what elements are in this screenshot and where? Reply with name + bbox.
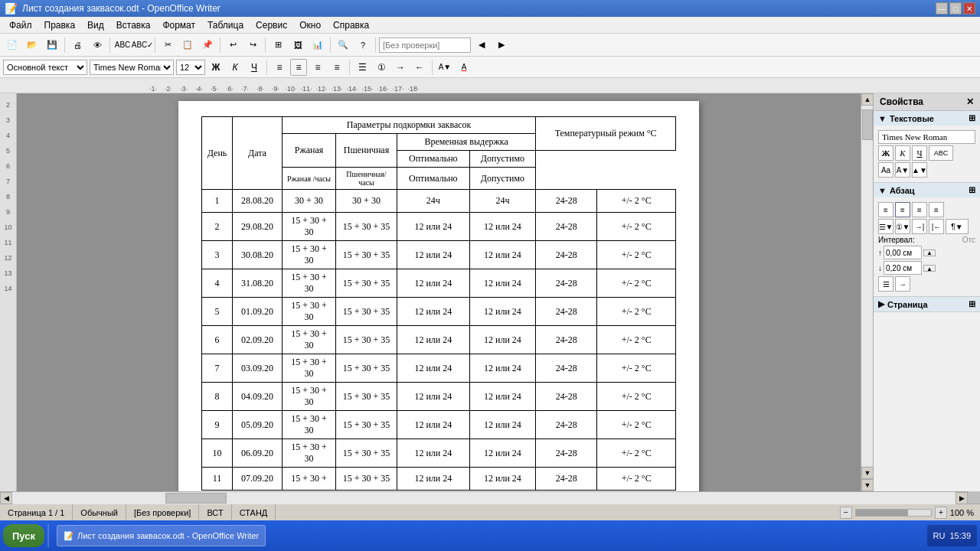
align-right-button[interactable]: ≡ bbox=[309, 59, 326, 76]
scroll-right-button[interactable]: ▶ bbox=[956, 492, 968, 504]
h-scroll-thumb[interactable] bbox=[165, 493, 227, 504]
scroll-down-button-1[interactable]: ▼ bbox=[861, 467, 874, 479]
menu-service[interactable]: Сервис bbox=[250, 18, 293, 32]
scroll-down-button-2[interactable]: ▼ bbox=[861, 479, 874, 491]
prop-aa-button[interactable]: Aa bbox=[878, 162, 893, 178]
scroll-track[interactable] bbox=[861, 106, 873, 465]
menu-table[interactable]: Таблица bbox=[201, 18, 250, 32]
table-row: 128.08.2030 + 3030 + 3024ч24ч24-28+/- 2 … bbox=[202, 190, 676, 213]
copy-button[interactable]: 📋 bbox=[178, 36, 197, 54]
cut-button[interactable]: ✂ bbox=[158, 36, 177, 54]
bold-button[interactable]: Ж bbox=[207, 59, 224, 76]
search-prev-button[interactable]: ◀ bbox=[472, 36, 491, 54]
clock: 15:39 bbox=[949, 531, 971, 540]
indent-bottom-input[interactable] bbox=[884, 261, 922, 275]
start-button[interactable]: Пуск bbox=[3, 524, 44, 547]
redo-button[interactable]: ↪ bbox=[243, 36, 262, 54]
stranitsa-options-icon: ⊞ bbox=[969, 299, 975, 309]
chart-button[interactable]: 📊 bbox=[309, 36, 327, 54]
find-button[interactable]: 🔍 bbox=[334, 36, 352, 54]
taskbar-app-item[interactable]: 📝 Лист создания заквасок.odt - OpenOffic… bbox=[57, 525, 266, 546]
table-button[interactable]: ⊞ bbox=[269, 36, 287, 54]
zoom-in-button[interactable]: + bbox=[935, 507, 947, 519]
abzatz-content: ≡ ≡ ≡ ≡ ☰▼ ①▼ →| |← ¶▼ bbox=[874, 197, 980, 296]
align-center-button[interactable]: ≡ bbox=[290, 59, 307, 76]
toolbar: 📄 📂 💾 🖨 👁 ABC ABC✓ ✂ 📋 📌 ↩ ↪ ⊞ 🖼 📊 🔍 ? bbox=[0, 34, 980, 57]
paragraph-options-btn[interactable]: ¶▼ bbox=[946, 219, 969, 234]
menu-window[interactable]: Окно bbox=[293, 18, 327, 32]
print-button[interactable]: 🖨 bbox=[68, 36, 87, 54]
indent-right-btn[interactable]: →| bbox=[912, 219, 927, 234]
font-size-select[interactable]: 12 bbox=[176, 60, 205, 75]
prop-italic-button[interactable]: К bbox=[895, 145, 910, 161]
menu-format[interactable]: Формат bbox=[156, 18, 201, 32]
prop-underline-button[interactable]: Ч bbox=[912, 145, 927, 161]
indent-top-up[interactable]: ▲ bbox=[923, 249, 936, 256]
font-name-display: Times New Roman bbox=[878, 130, 975, 144]
prop-highlight-btn[interactable]: ▲▼ bbox=[912, 162, 927, 178]
textovye-header[interactable]: ▼ Текстовые ⊞ bbox=[874, 111, 980, 126]
maximize-button[interactable]: □ bbox=[949, 2, 962, 15]
list-indent-btn[interactable]: ☰ bbox=[878, 276, 893, 292]
document-area[interactable]: День Дата Параметры подкормки заквасок Т… bbox=[17, 93, 861, 491]
align-justify-button[interactable]: ≡ bbox=[328, 59, 345, 76]
list-btn[interactable]: ☰▼ bbox=[878, 219, 893, 234]
align-left-button[interactable]: ≡ bbox=[271, 59, 288, 76]
help-button[interactable]: ? bbox=[354, 36, 372, 54]
h-scroll-track[interactable] bbox=[12, 492, 956, 504]
zoom-out-button[interactable]: − bbox=[840, 507, 852, 519]
abzatz-header[interactable]: ▼ Абзац ⊞ bbox=[874, 183, 980, 197]
italic-button[interactable]: К bbox=[227, 59, 243, 76]
indent-more-button[interactable]: → bbox=[392, 59, 409, 76]
properties-close[interactable]: ✕ bbox=[966, 96, 974, 107]
indent-top-input[interactable] bbox=[884, 246, 922, 259]
scroll-up-button[interactable]: ▲ bbox=[861, 93, 874, 106]
save-button[interactable]: 💾 bbox=[43, 36, 61, 54]
taskbar-sep bbox=[47, 524, 49, 547]
horizontal-scrollbar[interactable]: ◀ ▶ bbox=[0, 491, 968, 504]
menu-file[interactable]: Файл bbox=[3, 18, 38, 32]
search-next-button[interactable]: ▶ bbox=[492, 36, 511, 54]
indent-bottom-up[interactable]: ▲ bbox=[923, 265, 936, 272]
font-select[interactable]: Times New Roman bbox=[90, 60, 174, 75]
autocorrect-button[interactable]: ABC✓ bbox=[133, 36, 152, 54]
menu-view[interactable]: Вид bbox=[81, 18, 110, 32]
minimize-button[interactable]: — bbox=[936, 2, 948, 15]
underline-button[interactable]: Ч bbox=[246, 59, 263, 76]
window-controls: — □ ✕ bbox=[936, 2, 975, 15]
ordered-list-button[interactable]: ① bbox=[373, 59, 390, 76]
zoom-slider[interactable] bbox=[855, 509, 932, 517]
num-list-btn[interactable]: ①▼ bbox=[895, 219, 910, 234]
open-button[interactable]: 📂 bbox=[23, 36, 41, 54]
indent-left-btn[interactable]: |← bbox=[929, 219, 944, 234]
paste-button[interactable]: 📌 bbox=[198, 36, 217, 54]
prop-bold-button[interactable]: Ж bbox=[878, 145, 893, 161]
scroll-left-button[interactable]: ◀ bbox=[0, 492, 12, 504]
preview-button[interactable]: 👁 bbox=[88, 36, 106, 54]
stranitsa-header[interactable]: ▶ Страница ⊞ bbox=[874, 297, 980, 311]
highlight-button[interactable]: A▼ bbox=[436, 59, 453, 76]
list-arrow-btn[interactable]: → bbox=[895, 276, 910, 292]
menu-edit[interactable]: Правка bbox=[38, 18, 82, 32]
indent-less-button[interactable]: ← bbox=[411, 59, 428, 76]
window-title: Лист создания заквасок.odt - OpenOffice … bbox=[22, 3, 220, 14]
prop-abc-button[interactable]: ABC bbox=[929, 145, 953, 161]
font-color-button[interactable]: A bbox=[456, 59, 472, 76]
spellcheck-button[interactable]: ABC bbox=[113, 36, 132, 54]
align-left-btn[interactable]: ≡ bbox=[878, 202, 893, 217]
undo-button[interactable]: ↩ bbox=[224, 36, 242, 54]
new-button[interactable]: 📄 bbox=[3, 36, 21, 54]
vertical-scrollbar[interactable]: ▲ ▼ ▼ bbox=[861, 93, 873, 491]
menu-insert[interactable]: Вставка bbox=[110, 18, 157, 32]
search-input[interactable] bbox=[379, 37, 471, 53]
image-button[interactable]: 🖼 bbox=[289, 36, 307, 54]
prop-color-button[interactable]: A▼ bbox=[895, 162, 910, 178]
align-right-btn[interactable]: ≡ bbox=[912, 202, 927, 217]
scroll-thumb[interactable] bbox=[862, 109, 873, 140]
menu-help[interactable]: Справка bbox=[327, 18, 375, 32]
list-button[interactable]: ☰ bbox=[354, 59, 371, 76]
align-justify-btn[interactable]: ≡ bbox=[929, 202, 944, 217]
close-button[interactable]: ✕ bbox=[963, 2, 975, 15]
style-select[interactable]: Основной текст bbox=[3, 60, 87, 75]
align-center-btn[interactable]: ≡ bbox=[895, 202, 910, 217]
